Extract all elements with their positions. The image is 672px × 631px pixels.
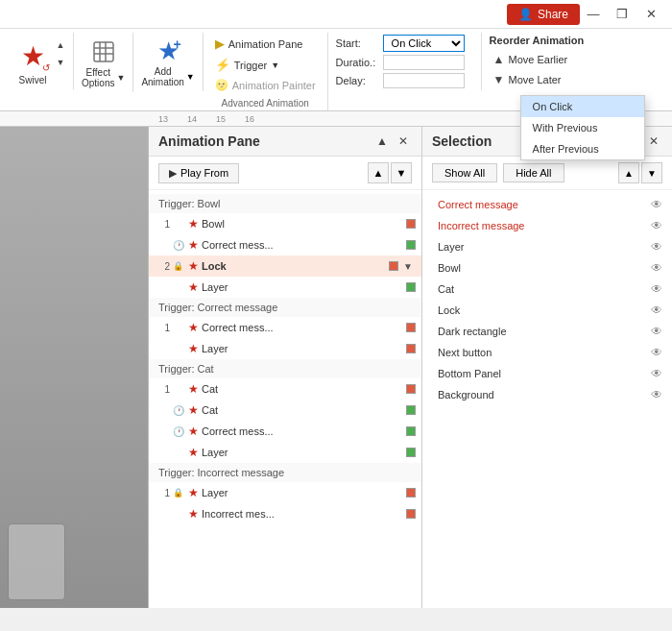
anim-item-cat-2[interactable]: 🕐 ★ Cat bbox=[149, 400, 421, 421]
dropdown-item-on-click[interactable]: On Click bbox=[521, 96, 644, 117]
ruler-tick-15: 15 bbox=[206, 114, 235, 124]
trigger-icon: ⚡ bbox=[215, 58, 230, 72]
animation-move-up-button[interactable]: ▲ bbox=[368, 162, 389, 183]
sel-item-cat[interactable]: Cat 👁 bbox=[422, 279, 672, 300]
restore-button[interactable]: ❒ bbox=[609, 4, 636, 25]
start-row: Start: On Click With Previous After Prev… bbox=[336, 35, 473, 52]
show-all-button[interactable]: Show All bbox=[432, 163, 497, 182]
effect-options-arrow-icon: ▼ bbox=[116, 73, 125, 83]
ruler-tick-14: 14 bbox=[178, 114, 206, 124]
animation-pane-header: Animation Pane ▲ ✕ bbox=[149, 127, 421, 157]
duration-row: Duratio.: bbox=[336, 55, 473, 70]
swivel-button[interactable]: ★ ↺ Swivel bbox=[13, 36, 52, 85]
animation-pane-button[interactable]: ▶ Animation Pane bbox=[211, 35, 320, 53]
move-earlier-button[interactable]: ▲ Move Earlier bbox=[490, 51, 585, 68]
slide-panel bbox=[0, 127, 149, 608]
start-select[interactable]: On Click With Previous After Previous bbox=[383, 35, 465, 52]
delay-input[interactable] bbox=[383, 73, 465, 88]
anim-item-bowl-1[interactable]: 1 ★ Bowl bbox=[149, 213, 421, 234]
add-animation-label-row[interactable]: AddAnimation ▼ bbox=[141, 66, 194, 87]
dropdown-item-after-previous[interactable]: After Previous bbox=[521, 138, 644, 159]
sel-item-next-button[interactable]: Next button 👁 bbox=[422, 342, 672, 363]
anim-item-dropdown-button[interactable]: ▼ bbox=[400, 258, 416, 274]
hide-all-button[interactable]: Hide All bbox=[503, 163, 564, 182]
swivel-down-arrow[interactable]: ▼ bbox=[54, 54, 67, 71]
effect-options-label-row[interactable]: EffectOptions ▼ bbox=[82, 67, 125, 88]
anim-star-icon-layer: ★ bbox=[188, 280, 199, 294]
swivel-section: ★ ↺ Swivel ▲ ▼ bbox=[8, 33, 74, 89]
play-from-button[interactable]: ▶ Play From bbox=[158, 163, 239, 183]
slide-thumbnail bbox=[0, 127, 148, 608]
selection-pane-title: Selection bbox=[432, 133, 492, 149]
anim-star-cat1: ★ bbox=[188, 382, 199, 396]
ruler-tick-13: 13 bbox=[149, 114, 178, 124]
anim-item-cat-1[interactable]: 1 ★ Cat bbox=[149, 378, 421, 400]
duration-input[interactable] bbox=[383, 55, 465, 70]
animation-pane-icon: ▶ bbox=[215, 36, 225, 51]
anim-color-lc bbox=[406, 344, 416, 353]
animation-pane-up-button[interactable]: ▲ bbox=[373, 133, 391, 150]
anim-item-correct-trigger-1[interactable]: 1 ★ Correct mess... bbox=[149, 317, 421, 338]
anim-item-layer-bowl[interactable]: ★ Layer bbox=[149, 277, 421, 298]
sel-item-lock[interactable]: Lock 👁 bbox=[422, 300, 672, 321]
anim-item-layer-incorrect[interactable]: 1 🔒 ★ Layer bbox=[149, 482, 421, 503]
swivel-star-icon: ★ bbox=[21, 40, 45, 72]
dropdown-item-with-previous[interactable]: With Previous bbox=[521, 117, 644, 138]
anim-color-cc bbox=[406, 426, 416, 436]
trigger-cat-header: Trigger: Cat bbox=[149, 359, 421, 378]
sel-item-dark-rectangle[interactable]: Dark rectangle 👁 bbox=[422, 321, 672, 342]
animation-pane-label: Animation Pane bbox=[228, 38, 303, 50]
anim-star-icon-selected: ★ bbox=[188, 259, 199, 273]
play-icon: ▶ bbox=[169, 167, 177, 180]
anim-item-layer-correct[interactable]: ★ Layer bbox=[149, 338, 421, 359]
delay-label: Delay: bbox=[336, 75, 379, 86]
eye-icon: 👁 bbox=[651, 325, 662, 338]
sel-item-incorrect-message[interactable]: Incorrect message 👁 bbox=[422, 215, 672, 236]
sel-item-correct-message[interactable]: Correct message 👁 bbox=[422, 194, 672, 215]
swivel-up-arrow[interactable]: ▲ bbox=[54, 36, 67, 54]
anim-item-incorrect-message[interactable]: ★ Incorrect mes... bbox=[149, 503, 421, 524]
eye-icon: 👁 bbox=[651, 219, 662, 232]
effect-options-icon bbox=[88, 36, 119, 67]
reorder-title: Reorder Animation bbox=[490, 35, 585, 46]
anim-item-correct-message[interactable]: 🕐 ★ Correct mess... bbox=[149, 234, 421, 255]
animation-pane-close-button[interactable]: ✕ bbox=[395, 133, 412, 150]
anim-star-icon-lc: ★ bbox=[188, 342, 199, 355]
trigger-bowl-header: Trigger: Bowl bbox=[149, 194, 421, 213]
timing-section: Start: On Click With Previous After Prev… bbox=[328, 33, 482, 90]
sel-item-background[interactable]: Background 👁 bbox=[422, 384, 672, 405]
selection-pane-close-button[interactable]: ✕ bbox=[645, 133, 662, 150]
add-animation-button[interactable]: ★ + bbox=[157, 36, 180, 66]
close-button[interactable]: ✕ bbox=[637, 4, 664, 25]
animation-move-down-button[interactable]: ▼ bbox=[391, 162, 412, 183]
animation-order-arrows: ▲ ▼ bbox=[368, 162, 412, 183]
sel-move-down-button[interactable]: ▼ bbox=[641, 162, 662, 183]
anim-item-lock[interactable]: 2 🔒 ★ Lock ▼ bbox=[149, 255, 421, 277]
animation-pane-title: Animation Pane bbox=[158, 133, 260, 149]
sel-item-bottom-panel[interactable]: Bottom Panel 👁 bbox=[422, 363, 672, 384]
add-animation-plus-icon: + bbox=[173, 36, 180, 52]
trigger-button[interactable]: ⚡ Trigger ▼ bbox=[211, 56, 320, 74]
anim-color-ct1 bbox=[406, 323, 416, 332]
animation-painter-button[interactable]: 🌝 Animation Painter bbox=[211, 77, 320, 93]
share-button[interactable]: 👤 Share bbox=[507, 4, 580, 25]
delay-row: Delay: bbox=[336, 73, 473, 88]
sel-item-bowl[interactable]: Bowl 👁 bbox=[422, 257, 672, 279]
anim-color-green-layer bbox=[406, 282, 416, 292]
minimize-button[interactable]: — bbox=[580, 4, 607, 25]
sel-item-layer[interactable]: Layer 👁 bbox=[422, 236, 672, 257]
eye-icon: 👁 bbox=[651, 282, 662, 296]
eye-icon: 👁 bbox=[651, 198, 662, 211]
anim-item-correct-cat[interactable]: 🕐 ★ Correct mess... bbox=[149, 421, 421, 442]
share-label: Share bbox=[538, 8, 568, 21]
anim-item-layer-cat[interactable]: ★ Layer bbox=[149, 442, 421, 463]
duration-label: Duratio.: bbox=[336, 57, 379, 68]
title-bar: 👤 Share — ❒ ✕ bbox=[0, 0, 672, 29]
sel-move-up-button[interactable]: ▲ bbox=[618, 162, 639, 183]
play-row: ▶ Play From ▲ ▼ bbox=[149, 157, 421, 190]
animation-pane: Animation Pane ▲ ✕ ▶ Play From ▲ ▼ Trigg… bbox=[149, 127, 422, 608]
swivel-label: Swivel bbox=[19, 75, 47, 85]
move-later-button[interactable]: ▼ Move Later bbox=[490, 71, 585, 88]
eye-icon: 👁 bbox=[651, 240, 662, 254]
anim-star-icon-ct1: ★ bbox=[188, 321, 199, 334]
